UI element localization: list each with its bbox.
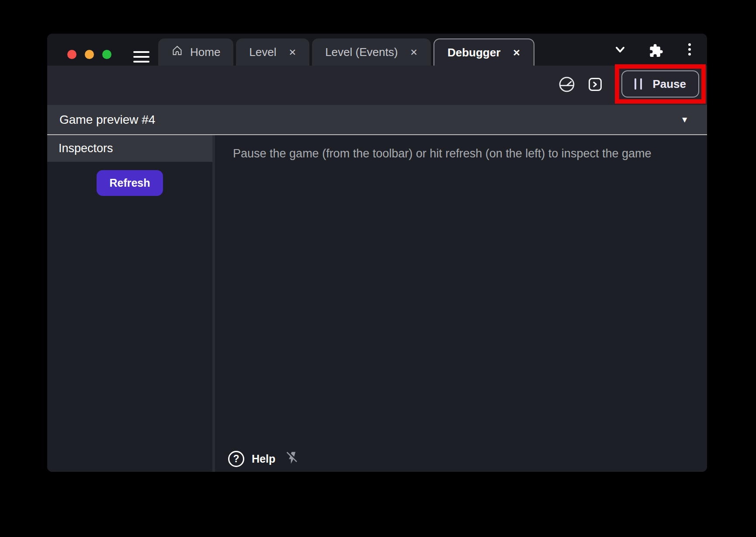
help-icon: ? — [228, 451, 244, 467]
tab-home[interactable]: Home — [158, 38, 233, 66]
caret-down-icon[interactable]: ▼ — [680, 115, 695, 125]
tab-label: Level — [249, 45, 276, 59]
main-menu-icon[interactable] — [133, 51, 149, 63]
inspectors-header: Inspectors — [47, 135, 212, 162]
traffic-lights — [67, 50, 111, 59]
debugger-body: Inspectors Refresh Pause the game (from … — [47, 135, 707, 472]
chevron-down-icon[interactable] — [613, 45, 627, 57]
tab-debugger[interactable]: Debugger ✕ — [433, 38, 534, 66]
empty-state-message: Pause the game (from the toolbar) or hit… — [215, 135, 707, 160]
annotation-highlight-box: Pause — [615, 64, 706, 104]
more-options-kebab-icon[interactable] — [688, 43, 691, 56]
app-window: Home Level ✕ Level (Events) ✕ Debugger ✕ — [47, 34, 707, 472]
inspectors-sidebar: Inspectors Refresh — [47, 135, 215, 472]
tab-label: Debugger — [447, 46, 500, 59]
flash-off-icon[interactable] — [285, 450, 300, 467]
panel-footer: ? Help — [228, 450, 300, 467]
help-label: Help — [252, 453, 275, 465]
close-icon[interactable]: ✕ — [289, 48, 297, 57]
tab-bar: Home Level ✕ Level (Events) ✕ Debugger ✕ — [158, 38, 534, 66]
close-icon[interactable]: ✕ — [410, 48, 418, 57]
zoom-window-button[interactable] — [102, 50, 111, 59]
tab-label: Level (Events) — [325, 45, 398, 59]
help-button[interactable]: ? Help — [228, 451, 275, 467]
game-preview-header[interactable]: Game preview #4 ▼ — [47, 105, 707, 135]
titlebar: Home Level ✕ Level (Events) ✕ Debugger ✕ — [47, 34, 707, 66]
pause-icon — [635, 78, 642, 90]
tab-label: Home — [190, 45, 220, 59]
tab-level[interactable]: Level ✕ — [236, 38, 309, 66]
console-icon[interactable] — [587, 76, 603, 94]
inspector-content-panel: Pause the game (from the toolbar) or hit… — [215, 135, 707, 472]
close-window-button[interactable] — [67, 50, 76, 59]
close-icon[interactable]: ✕ — [513, 48, 520, 57]
tab-level-events[interactable]: Level (Events) ✕ — [312, 38, 431, 66]
profiler-gauge-icon[interactable] — [558, 76, 576, 95]
debugger-toolbar: Pause — [47, 66, 707, 105]
refresh-button[interactable]: Refresh — [97, 170, 163, 196]
pause-button[interactable]: Pause — [621, 70, 699, 98]
pause-label: Pause — [652, 77, 686, 91]
home-icon — [171, 45, 183, 59]
minimize-window-button[interactable] — [85, 50, 94, 59]
game-preview-title: Game preview #4 — [59, 113, 155, 127]
extensions-puzzle-icon[interactable] — [648, 43, 663, 60]
